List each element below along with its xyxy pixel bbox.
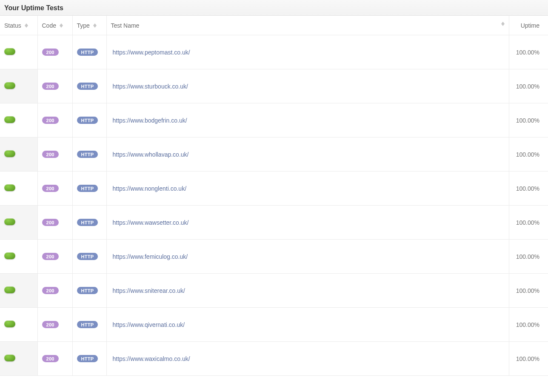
uptime-value: 100.00% xyxy=(509,103,548,137)
test-type-badge: HTTP xyxy=(77,117,98,124)
http-code-badge: 200 xyxy=(42,253,59,260)
test-type-badge: HTTP xyxy=(77,355,98,362)
uptime-value: 100.00% xyxy=(509,342,548,376)
test-type-badge: HTTP xyxy=(77,83,98,90)
table-row[interactable]: 200HTTPhttps://www.sniterear.co.uk/100.0… xyxy=(0,274,548,308)
uptime-value: 100.00% xyxy=(509,240,548,274)
test-name-link[interactable]: https://www.qivernati.co.uk/ xyxy=(113,321,185,328)
status-up-icon xyxy=(4,184,15,191)
uptime-value: 100.00% xyxy=(509,274,548,308)
status-up-icon xyxy=(4,286,15,293)
svg-marker-1 xyxy=(25,26,28,28)
test-name-link[interactable]: https://www.waxicalmo.co.uk/ xyxy=(113,355,190,362)
column-header-code[interactable]: Code xyxy=(37,16,72,35)
uptime-value: 100.00% xyxy=(509,308,548,342)
page-title: Your Uptime Tests xyxy=(4,4,544,12)
status-up-icon xyxy=(4,116,15,123)
uptime-value: 100.00% xyxy=(509,35,548,69)
test-name-link[interactable]: https://www.wawsetter.co.uk/ xyxy=(113,219,189,226)
uptime-value: 100.00% xyxy=(509,172,548,206)
uptime-tests-table: Status Code Type xyxy=(0,16,548,376)
sort-icon xyxy=(501,22,505,26)
test-type-badge: HTTP xyxy=(77,49,98,56)
table-row[interactable]: 200HTTPhttps://www.femiculog.co.uk/100.0… xyxy=(0,240,548,274)
column-header-test-name[interactable]: Test Name xyxy=(106,16,509,35)
table-row[interactable]: 200HTTPhttps://www.nonglenti.co.uk/100.0… xyxy=(0,172,548,206)
page-header: Your Uptime Tests xyxy=(0,0,548,16)
table-row[interactable]: 200HTTPhttps://www.wawsetter.co.uk/100.0… xyxy=(0,206,548,240)
test-name-link[interactable]: https://www.sniterear.co.uk/ xyxy=(113,287,185,294)
test-type-badge: HTTP xyxy=(77,185,98,192)
http-code-badge: 200 xyxy=(42,185,59,192)
uptime-value: 100.00% xyxy=(509,137,548,172)
test-name-link[interactable]: https://www.bodgefrin.co.uk/ xyxy=(113,117,187,124)
sort-icon xyxy=(60,23,63,28)
status-up-icon xyxy=(4,320,15,327)
test-type-badge: HTTP xyxy=(77,219,98,226)
test-name-link[interactable]: https://www.nonglenti.co.uk/ xyxy=(113,185,187,192)
svg-marker-3 xyxy=(60,26,63,28)
http-code-badge: 200 xyxy=(42,117,59,124)
test-name-link[interactable]: https://www.sturbouck.co.uk/ xyxy=(113,83,188,90)
sort-icon xyxy=(25,23,28,28)
table-row[interactable]: 200HTTPhttps://www.whollavap.co.uk/100.0… xyxy=(0,137,548,172)
http-code-badge: 200 xyxy=(42,355,59,362)
status-up-icon xyxy=(4,252,15,259)
test-type-badge: HTTP xyxy=(77,253,98,260)
http-code-badge: 200 xyxy=(42,83,59,90)
column-header-uptime[interactable]: Uptime xyxy=(509,16,548,35)
table-row[interactable]: 200HTTPhttps://www.waxicalmo.co.uk/100.0… xyxy=(0,342,548,376)
column-header-type[interactable]: Type xyxy=(72,16,106,35)
svg-marker-5 xyxy=(93,26,97,28)
http-code-badge: 200 xyxy=(42,151,59,158)
svg-marker-7 xyxy=(501,24,505,26)
test-name-link[interactable]: https://www.femiculog.co.uk/ xyxy=(113,253,188,260)
table-row[interactable]: 200HTTPhttps://www.peptomast.co.uk/100.0… xyxy=(0,35,548,69)
http-code-badge: 200 xyxy=(42,219,59,226)
status-up-icon xyxy=(4,150,15,157)
status-up-icon xyxy=(4,218,15,225)
http-code-badge: 200 xyxy=(42,321,59,328)
status-up-icon xyxy=(4,48,15,55)
test-type-badge: HTTP xyxy=(77,321,98,328)
table-header-row: Status Code Type xyxy=(0,16,548,35)
test-name-link[interactable]: https://www.whollavap.co.uk/ xyxy=(113,151,189,158)
test-type-badge: HTTP xyxy=(77,287,98,294)
status-up-icon xyxy=(4,82,15,89)
uptime-value: 100.00% xyxy=(509,69,548,103)
status-up-icon xyxy=(4,355,15,361)
test-name-link[interactable]: https://www.peptomast.co.uk/ xyxy=(113,49,190,56)
test-type-badge: HTTP xyxy=(77,151,98,158)
table-row[interactable]: 200HTTPhttps://www.qivernati.co.uk/100.0… xyxy=(0,308,548,342)
column-header-status[interactable]: Status xyxy=(0,16,37,35)
table-row[interactable]: 200HTTPhttps://www.sturbouck.co.uk/100.0… xyxy=(0,69,548,103)
http-code-badge: 200 xyxy=(42,49,59,56)
uptime-value: 100.00% xyxy=(509,206,548,240)
http-code-badge: 200 xyxy=(42,287,59,294)
table-row[interactable]: 200HTTPhttps://www.bodgefrin.co.uk/100.0… xyxy=(0,103,548,137)
sort-icon xyxy=(93,23,97,28)
